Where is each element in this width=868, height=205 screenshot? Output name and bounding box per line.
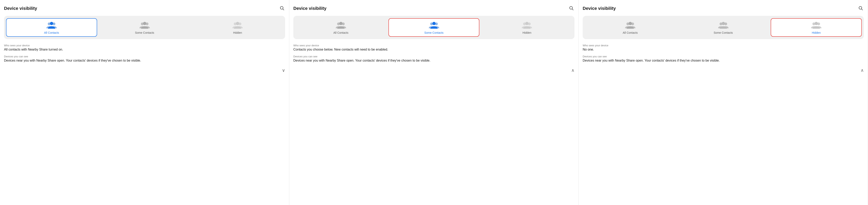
- panel-some-contacts: Device visibility All Contacts: [289, 0, 579, 205]
- option-some-contacts-1[interactable]: Some Contacts: [99, 18, 190, 37]
- option-label-all-1: All Contacts: [44, 31, 59, 34]
- who-sees-value-3: No one.: [583, 47, 864, 52]
- people-icon-some-3: [718, 21, 729, 30]
- chevron-icon-3: ∧: [861, 68, 864, 73]
- search-button-2[interactable]: [568, 5, 575, 12]
- search-icon-2: [569, 6, 574, 10]
- expand-button-2[interactable]: ∧: [571, 68, 575, 73]
- who-sees-label-3: Who sees your device: [583, 44, 864, 47]
- search-icon-1: [279, 6, 284, 10]
- option-label-hidden-2: Hidden: [523, 31, 531, 34]
- option-label-hidden-1: Hidden: [233, 31, 242, 34]
- option-all-contacts-1[interactable]: All Contacts: [6, 18, 97, 37]
- option-label-some-1: Some Contacts: [135, 31, 154, 34]
- info-section-3: Who sees your device No one. Devices you…: [583, 44, 864, 66]
- option-label-all-2: All Contacts: [333, 31, 348, 34]
- people-icon-some-2: [428, 21, 440, 30]
- people-icon-hidden-2: [521, 21, 532, 30]
- who-sees-value-1: All contacts with Nearby Share turned on…: [4, 47, 285, 52]
- search-button-1[interactable]: [279, 5, 285, 12]
- people-icon-hidden-3: [811, 21, 822, 30]
- people-icon-all-1: [46, 21, 57, 30]
- who-sees-label-2: Who sees your device: [293, 44, 575, 47]
- option-hidden-3[interactable]: Hidden: [771, 18, 862, 37]
- who-sees-value-2: Contacts you choose below. New contacts …: [293, 47, 575, 52]
- option-label-some-3: Some Contacts: [714, 31, 733, 34]
- devices-see-label-2: Devices you can see: [293, 55, 575, 58]
- expand-button-1[interactable]: ∨: [282, 68, 285, 73]
- people-icon-all-2: [335, 21, 346, 30]
- options-row-1: All Contacts Some Contacts: [4, 16, 285, 39]
- svg-point-10: [236, 22, 239, 25]
- option-label-some-2: Some Contacts: [424, 31, 444, 34]
- chevron-icon-1: ∨: [282, 68, 285, 73]
- panel-title-3: Device visibility: [583, 6, 616, 11]
- option-all-contacts-2[interactable]: All Contacts: [296, 18, 386, 37]
- search-icon-3: [858, 6, 863, 10]
- devices-see-label-1: Devices you can see: [4, 55, 285, 58]
- devices-see-value-1: Devices near you with Nearby Share open.…: [4, 58, 285, 63]
- panel-header-3: Device visibility: [583, 5, 864, 12]
- option-label-all-3: All Contacts: [623, 31, 638, 34]
- search-button-3[interactable]: [857, 5, 864, 12]
- option-some-contacts-2[interactable]: Some Contacts: [389, 18, 479, 37]
- svg-point-4: [50, 22, 53, 25]
- expand-button-3[interactable]: ∧: [861, 68, 864, 73]
- svg-point-32: [815, 22, 818, 25]
- svg-point-15: [339, 22, 342, 25]
- devices-see-value-2: Devices near you with Nearby Share open.…: [293, 58, 575, 63]
- options-row-2: All Contacts Some Contacts: [293, 16, 575, 39]
- panel-title-1: Device visibility: [4, 6, 37, 11]
- panel-header-1: Device visibility: [4, 5, 285, 12]
- people-icon-all-3: [625, 21, 636, 30]
- devices-see-label-3: Devices you can see: [583, 55, 864, 58]
- svg-point-29: [722, 22, 725, 25]
- info-section-2: Who sees your device Contacts you choose…: [293, 44, 575, 66]
- svg-line-1: [283, 9, 284, 10]
- svg-point-21: [525, 22, 528, 25]
- option-hidden-2[interactable]: Hidden: [482, 18, 572, 37]
- option-all-contacts-3[interactable]: All Contacts: [585, 18, 676, 37]
- panel-all-contacts: Device visibility: [0, 0, 289, 205]
- panel-hidden: Device visibility All Contacts: [579, 0, 868, 205]
- devices-see-value-3: Devices near you with Nearby Share open.…: [583, 58, 864, 63]
- who-sees-label-1: Who sees your device: [4, 44, 285, 47]
- svg-line-12: [572, 9, 574, 10]
- panel-title-2: Device visibility: [293, 6, 327, 11]
- option-some-contacts-3[interactable]: Some Contacts: [678, 18, 769, 37]
- people-icon-hidden-1: [232, 21, 243, 30]
- svg-point-18: [432, 22, 436, 25]
- panel-header-2: Device visibility: [293, 5, 575, 12]
- option-label-hidden-3: Hidden: [812, 31, 820, 34]
- svg-line-23: [862, 9, 863, 10]
- option-hidden-1[interactable]: Hidden: [192, 18, 283, 37]
- options-row-3: All Contacts Some Contacts: [583, 16, 864, 39]
- svg-point-26: [629, 22, 632, 25]
- info-section-1: Who sees your device All contacts with N…: [4, 44, 285, 66]
- chevron-icon-2: ∧: [571, 68, 575, 73]
- svg-point-7: [143, 22, 146, 25]
- people-icon-some-1: [139, 21, 150, 30]
